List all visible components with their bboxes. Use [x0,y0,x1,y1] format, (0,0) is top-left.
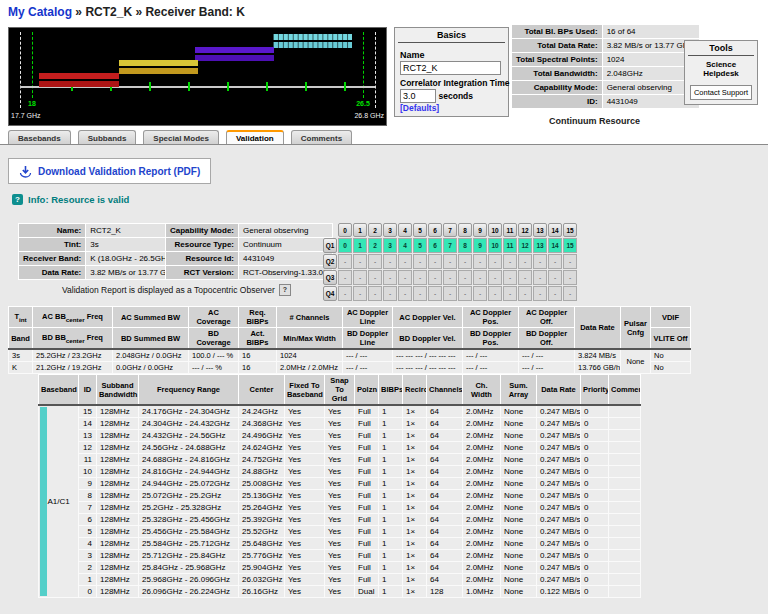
help-icon[interactable]: ? [279,284,291,296]
cell: 1× [403,562,427,574]
baseband-bar-b1d1 [195,55,275,61]
quadrant-cell: - [443,270,457,285]
breadcrumb-separator: » [135,5,142,19]
rx-band-end-label: 26.5 [356,100,370,107]
quadrant-cell: - [443,254,457,269]
cell [609,502,641,514]
quadrant-col-header: 1 [353,223,367,237]
cell: None [501,442,537,454]
resource-info-row: Tint:3s [19,238,183,252]
cell: 25.008GHz [239,478,285,490]
cell: Full [355,405,379,418]
cell: 0.247 MB/s [537,502,581,514]
breadcrumb: My Catalog » RCT2_K » Receiver Band: K [8,5,245,19]
cell: 13 [79,430,97,442]
subband-row: 14128MHz24.304GHz - 24.432GHz24.368GHzYe… [39,418,641,430]
tab-basebands[interactable]: Basebands [8,130,71,145]
quadrant-cell: - [398,254,412,269]
cell: 0.247 MB/s [537,478,581,490]
cell: 1× [403,405,427,418]
subband-row: 12128MHz24.56GHz - 24.688GHz24.624GHzYes… [39,442,641,454]
col-header: Frequency Range [139,375,239,406]
cit-unit-label: seconds [439,91,474,101]
cell: 64 [427,550,463,562]
cell: 0.247 MB/s [537,454,581,466]
tab-validation[interactable]: Validation [226,130,284,145]
cell: None [501,405,537,418]
quadrant-cell: - [413,270,427,285]
cell: 1× [403,418,427,430]
download-icon [19,165,32,178]
axis-tick [266,82,268,91]
cell: 24.88GHz [239,466,285,478]
cell: Full [355,418,379,430]
cell: 128MHz [97,514,139,526]
quadrant-cell: 9 [473,238,487,253]
col-header: BD BBcenter Freq [33,328,113,350]
col-header: BD Doppler Off. [519,328,575,350]
cell [609,514,641,526]
baseband-bar-a0c0 [39,73,119,79]
row-label: ID: [512,95,603,109]
cell: 1 [379,405,403,418]
quadrant-cell: 4 [398,238,412,253]
defaults-link[interactable]: [Defaults] [400,103,439,113]
row-label: Tint: [19,238,86,252]
quadrant-row-q3: Q3---------------- [323,270,577,285]
cell: Full [355,466,379,478]
plot-min-label: 17.7 GHz [11,112,41,119]
cell: 1× [403,586,427,598]
cell: None [501,454,537,466]
my-catalog-link[interactable]: My Catalog [8,5,72,19]
name-input[interactable] [400,61,501,75]
subband-row: 6128MHz25.328GHz - 25.456GHz25.392GHzYes… [39,514,641,526]
cell: 64 [427,466,463,478]
cell [609,418,641,430]
cell: 0 [581,562,609,574]
tab-special-modes[interactable]: Special Modes [143,130,219,145]
cell: 64 [427,454,463,466]
cell: Yes [285,502,325,514]
plot-max-label: 26.8 GHz [354,112,384,119]
col-header: BD Doppler Line [343,328,393,350]
col-header: Req. BIBPs [239,307,277,328]
cell: Full [355,526,379,538]
quadrant-cell: - [338,254,352,269]
quadrant-row-header: Q3 [323,270,337,285]
cell: 6 [79,514,97,526]
breadcrumb-band: Receiver Band: K [145,5,244,19]
tab-subbands[interactable]: Subbands [78,130,137,145]
resource-info-table-right: Capability Mode:General observingResourc… [165,223,333,280]
quadrant-col-header: 13 [533,223,547,237]
cell: 64 [427,538,463,550]
cell: 64 [427,442,463,454]
cit-input[interactable] [400,89,436,103]
cell: 4 [79,538,97,550]
cell: 25.264GHz [239,502,285,514]
cell: 1× [403,430,427,442]
col-header: ID [79,375,97,406]
cell: 128 [427,586,463,598]
cell [609,550,641,562]
quadrant-row-q2: Q2---------------- [323,254,577,269]
baseband-bar-a1c1 [273,42,353,48]
cell: Yes [325,405,355,418]
tab-comments[interactable]: Comments [291,130,352,145]
validation-header-row: TintAC BBcenter FreqAC Summed BWAC Cover… [9,307,691,328]
continuum-resource-label: Continuum Resource [511,116,678,126]
cell: Yes [285,574,325,586]
row-label: RCT Version: [166,266,239,280]
cell: 3s [9,349,33,362]
cell: None [501,430,537,442]
cell: 128MHz [97,466,139,478]
quadrant-cell: - [383,254,397,269]
cell: 2.0MHz [463,418,501,430]
cell: Yes [285,454,325,466]
cell: 1× [403,478,427,490]
download-validation-report-button[interactable]: Download Validation Report (PDF) [8,158,211,184]
quadrant-cell: - [353,286,367,301]
contact-support-button[interactable]: Contact Support [690,85,752,100]
cell [609,466,641,478]
quadrant-cell: - [368,254,382,269]
quadrant-row-header: Q4 [323,286,337,301]
